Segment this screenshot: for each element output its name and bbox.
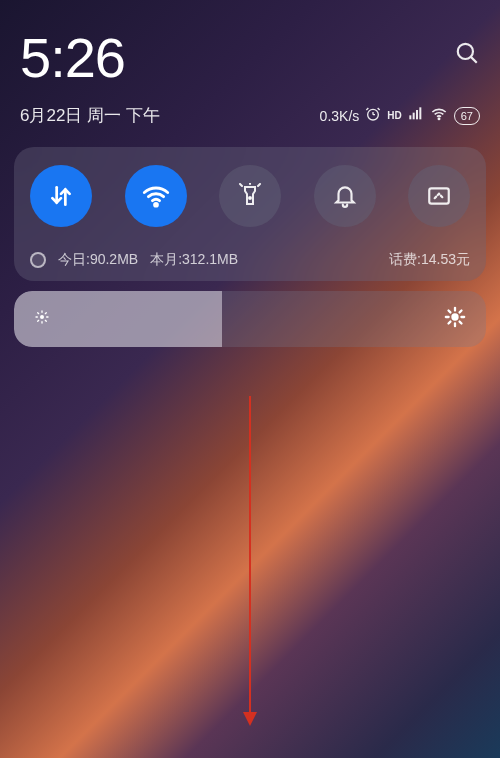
toggle-row: [30, 165, 470, 227]
date-label: 6月22日 周一 下午: [20, 104, 160, 127]
status-header: 5:26: [0, 0, 500, 96]
svg-point-0: [458, 44, 473, 59]
svg-line-15: [240, 184, 242, 186]
clock-time: 5:26: [20, 30, 125, 86]
wifi-status-icon: [430, 106, 448, 125]
brightness-slider[interactable]: [14, 291, 486, 347]
svg-marker-39: [243, 712, 257, 726]
alarm-icon: [365, 106, 381, 125]
svg-line-25: [38, 313, 39, 314]
battery-badge: 67: [454, 107, 480, 125]
svg-line-27: [38, 320, 39, 321]
svg-rect-8: [412, 113, 414, 120]
svg-line-34: [448, 310, 450, 312]
dnd-toggle[interactable]: [314, 165, 376, 227]
wifi-toggle[interactable]: [125, 165, 187, 227]
svg-point-20: [40, 315, 44, 319]
screenshot-toggle[interactable]: [408, 165, 470, 227]
brightness-high-icon: [444, 306, 466, 332]
svg-line-37: [460, 310, 462, 312]
svg-line-16: [258, 184, 260, 186]
flashlight-toggle[interactable]: [219, 165, 281, 227]
data-usage-dot-icon: [30, 252, 46, 268]
svg-rect-10: [419, 107, 421, 119]
svg-rect-9: [416, 110, 418, 119]
mobile-data-toggle[interactable]: [30, 165, 92, 227]
svg-point-14: [154, 203, 157, 206]
svg-line-28: [45, 313, 46, 314]
swipe-down-indicator: [240, 396, 260, 730]
svg-point-29: [451, 313, 458, 320]
phone-balance: 话费:14.53元: [389, 251, 470, 269]
brightness-low-icon: [34, 309, 50, 329]
svg-line-6: [378, 108, 380, 110]
svg-line-36: [448, 322, 450, 324]
svg-line-26: [45, 320, 46, 321]
data-usage-row[interactable]: 今日:90.2MB 本月:312.1MB 话费:14.53元: [30, 247, 470, 269]
svg-point-18: [249, 197, 251, 199]
svg-point-11: [438, 118, 439, 119]
quick-settings-panel: 今日:90.2MB 本月:312.1MB 话费:14.53元: [14, 147, 486, 281]
search-icon[interactable]: [454, 40, 480, 70]
time-section: 5:26: [20, 30, 125, 86]
hd-icon: HD: [387, 110, 401, 121]
date-status-row: 6月22日 周一 下午 0.3K/s HD 67: [0, 96, 500, 141]
data-month: 本月:312.1MB: [150, 251, 238, 269]
svg-rect-19: [429, 188, 449, 203]
svg-line-1: [471, 57, 477, 63]
signal-icon: [408, 106, 424, 125]
svg-rect-7: [409, 115, 411, 119]
data-today: 今日:90.2MB: [58, 251, 138, 269]
status-icons: 0.3K/s HD 67: [320, 106, 480, 125]
svg-line-5: [367, 108, 369, 110]
network-speed: 0.3K/s: [320, 108, 360, 124]
svg-line-35: [460, 322, 462, 324]
